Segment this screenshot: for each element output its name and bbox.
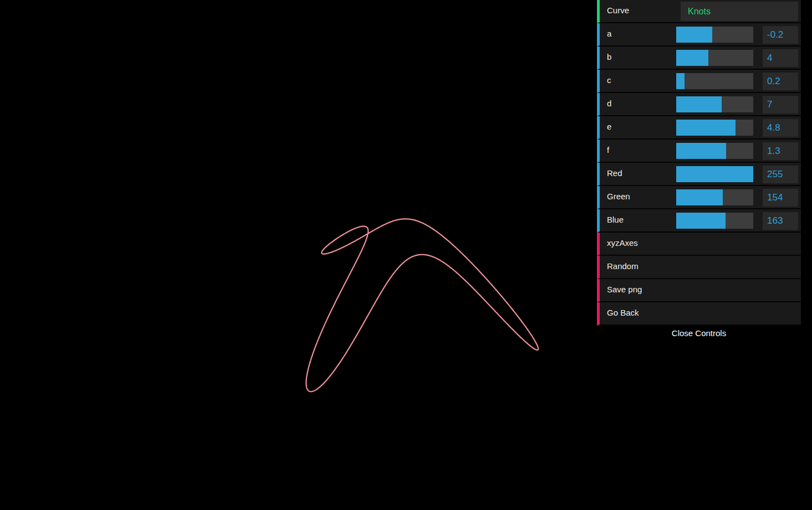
e-slider[interactable]	[676, 120, 753, 136]
e-label: e	[607, 116, 611, 137]
red-slider-fill	[676, 166, 753, 182]
control-row-red: Red 255	[597, 163, 801, 186]
curve-select-value: Knots	[688, 7, 711, 16]
a-slider[interactable]	[676, 27, 753, 43]
d-label: d	[607, 93, 611, 114]
green-slider-fill	[676, 189, 723, 205]
blue-slider-fill	[676, 213, 726, 229]
go-back-button-label: Go Back	[607, 302, 639, 323]
f-slider-fill	[676, 143, 726, 159]
close-controls-button[interactable]: Close Controls	[597, 326, 801, 342]
control-row-b: b 4	[597, 47, 801, 70]
control-row-c: c 0.2	[597, 70, 801, 93]
e-slider-fill	[676, 120, 736, 136]
a-slider-fill	[676, 27, 712, 43]
green-slider[interactable]	[676, 189, 753, 205]
control-row-f: f 1.3	[597, 140, 801, 163]
e-value-input[interactable]: 4.8	[763, 119, 798, 137]
red-label: Red	[607, 163, 622, 184]
c-slider[interactable]	[676, 73, 753, 89]
control-row-green: Green 154	[597, 186, 801, 209]
c-label: c	[607, 70, 611, 91]
curve-label: Curve	[607, 0, 629, 21]
curve-select[interactable]: Knots	[681, 2, 798, 21]
blue-slider[interactable]	[676, 213, 753, 229]
b-slider-fill	[676, 50, 708, 66]
b-value-input[interactable]: 4	[763, 49, 798, 67]
control-row-blue: Blue 163	[597, 209, 801, 233]
a-label: a	[607, 23, 611, 44]
save-png-button-label: Save png	[607, 279, 642, 300]
green-value-input[interactable]: 154	[763, 189, 798, 207]
red-slider[interactable]	[676, 166, 753, 182]
xyzaxes-button-label: xyzAxes	[607, 233, 638, 254]
b-label: b	[607, 47, 611, 68]
f-slider[interactable]	[676, 143, 753, 159]
controls-panel: Curve Knots a -0.2 b 4 c 0.2 d 7 e	[597, 0, 801, 326]
control-row-d: d 7	[597, 93, 801, 116]
blue-value-input[interactable]: 163	[763, 212, 798, 230]
random-button[interactable]: Random	[597, 256, 801, 279]
control-row-e: e 4.8	[597, 116, 801, 140]
d-slider[interactable]	[676, 96, 753, 112]
save-png-button[interactable]: Save png	[597, 279, 801, 302]
d-slider-fill	[676, 96, 722, 112]
c-slider-fill	[676, 73, 685, 89]
red-value-input[interactable]: 255	[763, 166, 798, 183]
b-slider[interactable]	[676, 50, 753, 66]
control-row-a: a -0.2	[597, 23, 801, 47]
go-back-button[interactable]: Go Back	[597, 302, 801, 326]
c-value-input[interactable]: 0.2	[763, 73, 798, 90]
xyzaxes-button[interactable]: xyzAxes	[597, 233, 801, 256]
f-label: f	[607, 140, 609, 161]
control-row-curve: Curve Knots	[597, 0, 801, 23]
random-button-label: Random	[607, 256, 639, 277]
d-value-input[interactable]: 7	[763, 96, 798, 114]
f-value-input[interactable]: 1.3	[763, 142, 798, 160]
green-label: Green	[607, 186, 630, 207]
blue-label: Blue	[607, 209, 624, 230]
app-stage: Curve Knots a -0.2 b 4 c 0.2 d 7 e	[0, 0, 812, 510]
a-value-input[interactable]: -0.2	[763, 26, 798, 44]
